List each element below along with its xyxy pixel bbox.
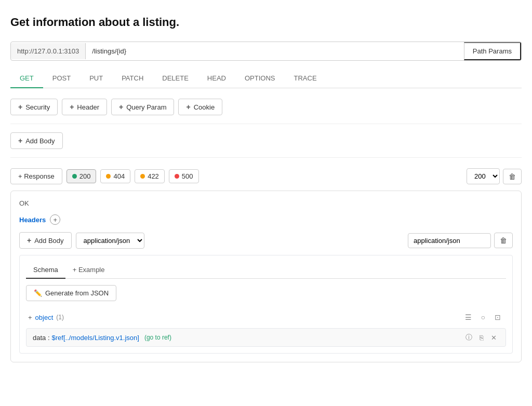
headers-row: Headers + (19, 214, 513, 225)
response-code-500[interactable]: 500 (169, 169, 199, 183)
response-bar-left: + Response 200 404 422 500 (10, 168, 199, 184)
add-query-param-button[interactable]: + Query Param (111, 99, 175, 115)
tab-head[interactable]: HEAD (198, 69, 235, 88)
plus-icon-small: + (54, 216, 58, 224)
data-row-right: ⓘ ⎘ ✕ (463, 332, 499, 343)
url-base: http://127.0.0.1:3103 (11, 43, 86, 59)
tab-schema[interactable]: Schema (26, 262, 65, 279)
status-ok-label: OK (19, 199, 513, 207)
red-dot (175, 174, 179, 179)
plus-expand-icon: + (28, 314, 32, 321)
divider-2 (10, 157, 522, 158)
info-icon: ⓘ (466, 333, 472, 341)
headers-label[interactable]: Headers (19, 216, 46, 224)
add-body-button[interactable]: + Add Body (10, 132, 63, 149)
tab-options[interactable]: OPTIONS (235, 69, 285, 88)
schema-tabs: Schema + Example (26, 262, 506, 279)
wand-icon: ✏️ (34, 289, 42, 297)
object-row-right: ☰ ○ ⊡ (462, 312, 504, 323)
trash-icon: 🗑 (509, 172, 516, 181)
go-to-ref-link[interactable]: (go to ref) (144, 334, 171, 341)
object-row: + object (1) ☰ ○ ⊡ (26, 308, 506, 326)
body-add-row: + Add Body application/json text/plain a… (19, 232, 513, 249)
object-row-left: + object (1) (28, 314, 64, 321)
tab-put[interactable]: PUT (80, 69, 112, 88)
close-icon: ✕ (491, 334, 497, 342)
orange-dot-422 (140, 174, 145, 179)
circle-view-button[interactable]: ○ (478, 312, 488, 323)
tab-trace[interactable]: TRACE (285, 69, 326, 88)
url-bar: http://127.0.0.1:3103 Path Params (10, 42, 522, 61)
tab-delete[interactable]: DELETE (153, 69, 198, 88)
circle-icon: ○ (481, 313, 485, 321)
http-method-tabs: GET POST PUT PATCH DELETE HEAD OPTIONS T… (10, 69, 522, 88)
add-body-response-button[interactable]: + Add Body (19, 232, 72, 249)
url-path-input[interactable] (86, 43, 464, 59)
delete-body-button[interactable]: 🗑 (494, 233, 513, 248)
green-dot (72, 174, 77, 179)
plus-icon: + (18, 137, 22, 145)
body-row-left: + Add Body application/json text/plain a… (19, 232, 144, 249)
expand-view-button[interactable]: ⊡ (491, 312, 504, 323)
info-icon-button[interactable]: ⓘ (463, 332, 475, 343)
add-cookie-button[interactable]: + Cookie (178, 99, 222, 115)
data-key-label: data : (33, 334, 50, 342)
add-response-button[interactable]: + Response (10, 168, 62, 184)
path-params-button[interactable]: Path Params (464, 42, 521, 60)
plus-icon: + (186, 103, 190, 111)
copy-icon: ⎘ (480, 334, 484, 342)
delete-response-button[interactable]: 🗑 (503, 169, 522, 184)
tab-post[interactable]: POST (43, 69, 80, 88)
data-row-left: data : $ref[../models/Listing.v1.json] (… (33, 334, 171, 342)
plus-icon: + (27, 236, 31, 245)
data-ref-link[interactable]: $ref[../models/Listing.v1.json] (52, 334, 139, 342)
tab-example[interactable]: + Example (65, 262, 112, 279)
response-code-404[interactable]: 404 (100, 169, 130, 183)
generate-from-json-button[interactable]: ✏️ Generate from JSON (26, 285, 116, 301)
list-view-button[interactable]: ☰ (462, 312, 475, 323)
list-icon: ☰ (465, 313, 472, 321)
data-ref-row: data : $ref[../models/Listing.v1.json] (… (26, 328, 506, 347)
schema-area: Schema + Example ✏️ Generate from JSON +… (19, 255, 513, 354)
response-section: + Response 200 404 422 500 200 404 (10, 168, 522, 362)
add-body-section: + Add Body (10, 132, 522, 149)
add-security-button[interactable]: + Security (10, 99, 58, 115)
response-bar-right: 200 404 422 500 🗑 (467, 168, 522, 184)
plus-icon: + (18, 103, 22, 111)
body-row-right: 🗑 (408, 233, 513, 248)
trash-icon-small: 🗑 (500, 236, 507, 245)
close-icon-button[interactable]: ✕ (488, 333, 499, 343)
response-code-select[interactable]: 200 404 422 500 (467, 168, 500, 184)
add-header-icon-button[interactable]: + (50, 214, 60, 225)
request-actions: + Security + Header + Query Param + Cook… (10, 99, 522, 115)
plus-icon: + (119, 103, 123, 111)
copy-icon-button[interactable]: ⎘ (477, 333, 486, 343)
response-code-200[interactable]: 200 (66, 169, 97, 183)
response-code-422[interactable]: 422 (135, 169, 165, 183)
expand-icon: ⊡ (495, 313, 501, 321)
plus-icon: + (70, 103, 74, 111)
response-bar: + Response 200 404 422 500 200 404 (10, 168, 522, 184)
divider (10, 124, 522, 124)
tab-get[interactable]: GET (10, 69, 43, 88)
add-header-button[interactable]: + Header (62, 99, 107, 115)
page-title: Get information about a listing. (10, 16, 522, 29)
response-body-card: OK Headers + + Add Body application/json… (10, 191, 522, 362)
content-type-select[interactable]: application/json text/plain application/… (76, 233, 144, 249)
object-type-label: object (35, 314, 54, 321)
tab-patch[interactable]: PATCH (112, 69, 153, 88)
content-type-input[interactable] (408, 233, 491, 248)
object-count-label: (1) (56, 314, 64, 321)
orange-dot-404 (106, 174, 111, 179)
